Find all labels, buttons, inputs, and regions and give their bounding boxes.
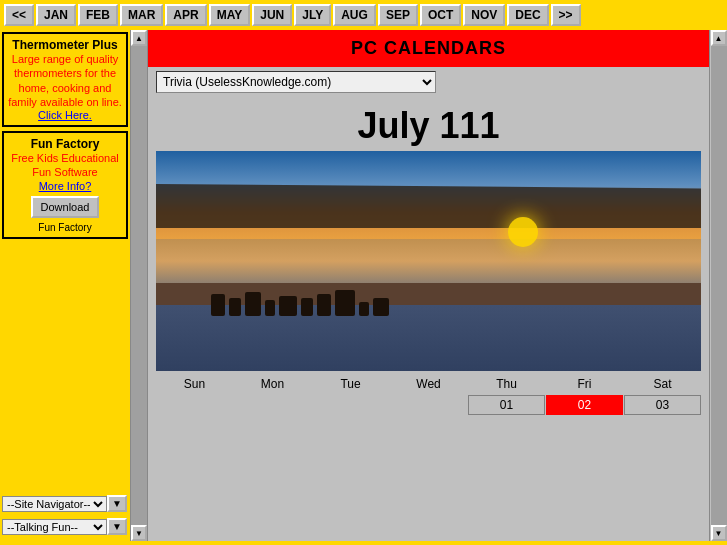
month-may[interactable]: MAY xyxy=(209,4,251,26)
month-nov[interactable]: NOV xyxy=(463,4,505,26)
header-wed: Wed xyxy=(390,375,467,393)
sidebar: Thermometer Plus Large range of quality … xyxy=(0,30,130,541)
month-jun[interactable]: JUN xyxy=(252,4,292,26)
header-sun: Sun xyxy=(156,375,233,393)
day-03[interactable]: 03 xyxy=(624,395,701,415)
calendar-body: July 111 xyxy=(148,97,709,541)
right-scroll-up[interactable]: ▲ xyxy=(711,30,727,46)
site-navigator-dropdown[interactable]: --Site Navigator-- xyxy=(2,496,107,512)
month-feb[interactable]: FEB xyxy=(78,4,118,26)
header-mon: Mon xyxy=(234,375,311,393)
calendar-content: PC CALENDARS Trivia (UselessKnowledge.co… xyxy=(148,30,709,541)
talking-fun-container: --Talking Fun-- ▼ xyxy=(2,518,128,535)
header-tue: Tue xyxy=(312,375,389,393)
sidebar-bottom: --Site Navigator-- ▼ --Talking Fun-- ▼ xyxy=(2,495,128,539)
left-scrollbar[interactable]: ▲ ▼ xyxy=(130,30,148,541)
month-dec[interactable]: DEC xyxy=(507,4,548,26)
talking-fun-dropdown[interactable]: --Talking Fun-- xyxy=(2,519,107,535)
thermometer-title: Thermometer Plus xyxy=(8,38,122,52)
thermometer-text: Large range of quality thermometers for … xyxy=(8,52,122,109)
download-button[interactable]: Download xyxy=(31,196,100,218)
header-sat: Sat xyxy=(624,375,701,393)
day-empty-2 xyxy=(234,395,311,415)
thermometer-link[interactable]: Click Here. xyxy=(8,109,122,121)
month-jly[interactable]: JLY xyxy=(294,4,331,26)
day-headers: Sun Mon Tue Wed Thu Fri Sat xyxy=(156,375,701,393)
download-sub: Fun Factory xyxy=(8,222,122,233)
calendar-header: PC CALENDARS xyxy=(148,30,709,67)
month-sep[interactable]: SEP xyxy=(378,4,418,26)
day-empty-1 xyxy=(156,395,233,415)
talking-fun-arrow[interactable]: ▼ xyxy=(107,518,127,535)
month-jan[interactable]: JAN xyxy=(36,4,76,26)
funfactory-link[interactable]: More Info? xyxy=(8,180,122,192)
right-scroll-down[interactable]: ▼ xyxy=(711,525,727,541)
header-fri: Fri xyxy=(546,375,623,393)
header-thu: Thu xyxy=(468,375,545,393)
back-button[interactable]: << xyxy=(4,4,34,26)
calendar-controls: Trivia (UselessKnowledge.com) xyxy=(148,67,709,97)
site-navigator-container: --Site Navigator-- ▼ xyxy=(2,495,128,512)
month-mar[interactable]: MAR xyxy=(120,4,163,26)
site-nav-arrow[interactable]: ▼ xyxy=(107,495,127,512)
right-scrollbar[interactable]: ▲ ▼ xyxy=(709,30,727,541)
week-row-1: 01 02 03 xyxy=(156,395,701,415)
calendar-grid: Sun Mon Tue Wed Thu Fri Sat 01 02 03 xyxy=(156,375,701,415)
month-aug[interactable]: AUG xyxy=(333,4,376,26)
day-02[interactable]: 02 xyxy=(546,395,623,415)
scroll-up-btn[interactable]: ▲ xyxy=(131,30,147,46)
scroll-down-btn[interactable]: ▼ xyxy=(131,525,147,541)
funfactory-title: Fun Factory xyxy=(8,137,122,151)
right-scroll-track[interactable] xyxy=(711,46,727,525)
month-title: July 111 xyxy=(156,101,701,151)
top-nav: << JAN FEB MAR APR MAY JUN JLY AUG SEP O… xyxy=(0,0,727,30)
month-oct[interactable]: OCT xyxy=(420,4,461,26)
day-01[interactable]: 01 xyxy=(468,395,545,415)
thermometer-box: Thermometer Plus Large range of quality … xyxy=(2,32,128,127)
calendar-photo xyxy=(156,151,701,371)
main-layout: Thermometer Plus Large range of quality … xyxy=(0,30,727,541)
forward-button[interactable]: >> xyxy=(551,4,581,26)
funfactory-text: Free Kids Educational Fun Software xyxy=(8,151,122,180)
day-empty-4 xyxy=(390,395,467,415)
day-empty-3 xyxy=(312,395,389,415)
funfactory-box: Fun Factory Free Kids Educational Fun So… xyxy=(2,131,128,239)
scroll-track[interactable] xyxy=(131,46,147,525)
month-apr[interactable]: APR xyxy=(165,4,206,26)
calendar-category-dropdown[interactable]: Trivia (UselessKnowledge.com) xyxy=(156,71,436,93)
